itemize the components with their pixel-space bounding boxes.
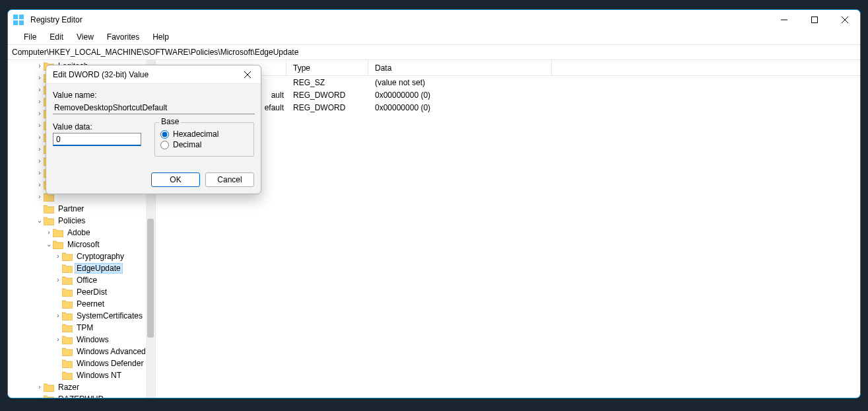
- folder-icon: [62, 252, 73, 261]
- value-name: efault: [265, 103, 286, 112]
- tree-item[interactable]: ›Office: [8, 274, 155, 286]
- tree-item[interactable]: ⌄Microsoft: [8, 239, 155, 250]
- tree-label: Adobe: [66, 228, 92, 237]
- expander-icon[interactable]: ›: [36, 62, 44, 70]
- folder-icon: [62, 300, 73, 309]
- svg-rect-1: [19, 15, 24, 19]
- close-button[interactable]: [830, 10, 860, 30]
- menu-edit[interactable]: Edit: [43, 31, 70, 43]
- tree-item[interactable]: ›Windows: [8, 334, 155, 346]
- value-data-field[interactable]: [53, 133, 141, 146]
- expander-icon[interactable]: ›: [36, 169, 44, 177]
- expander-icon[interactable]: ›: [36, 193, 44, 201]
- tree-item[interactable]: ›Cryptography: [8, 250, 155, 262]
- tree-item[interactable]: Windows NT: [8, 369, 155, 381]
- expander-icon[interactable]: ›: [36, 181, 44, 189]
- base-group: Base Hexadecimal Decimal: [154, 122, 254, 157]
- expander-icon[interactable]: ›: [45, 229, 53, 237]
- expander-icon[interactable]: ›: [54, 336, 62, 344]
- folder-icon: [44, 383, 54, 392]
- list-row[interactable]: efaultREG_DWORD0x00000000 (0): [156, 101, 860, 114]
- dialog-close-button[interactable]: [234, 65, 261, 84]
- expander-icon[interactable]: ›: [36, 110, 44, 118]
- radio-decimal[interactable]: [160, 141, 169, 149]
- tree-item[interactable]: ⌄Policies: [8, 215, 155, 227]
- folder-icon: [62, 348, 73, 356]
- address-bar[interactable]: Computer\HKEY_LOCAL_MACHINE\SOFTWARE\Pol…: [8, 44, 860, 60]
- tree-item[interactable]: ›Razer: [8, 381, 155, 393]
- folder-icon: [62, 371, 73, 380]
- value-type: REG_DWORD: [286, 91, 368, 100]
- expander-icon[interactable]: ›: [36, 133, 44, 141]
- tree-label: RAZERWUD: [57, 394, 105, 398]
- tree-label: Windows Advanced Threat Protection: [75, 347, 155, 356]
- cancel-button[interactable]: Cancel: [205, 172, 254, 187]
- radio-hexadecimal[interactable]: [160, 130, 169, 139]
- expander-icon[interactable]: ⌄: [36, 217, 44, 225]
- ok-button[interactable]: OK: [151, 172, 200, 187]
- tree-label: Windows NT: [75, 371, 123, 380]
- expander-icon[interactable]: ›: [54, 252, 62, 260]
- expander-icon[interactable]: ›: [54, 276, 62, 284]
- value-data: 0x00000000 (0): [368, 103, 552, 112]
- tree-label: Office: [75, 276, 98, 285]
- menu-help[interactable]: Help: [146, 31, 176, 43]
- tree-item[interactable]: TPM: [8, 322, 155, 334]
- regedit-icon: [13, 15, 24, 25]
- value-type: REG_DWORD: [286, 103, 368, 112]
- tree-item[interactable]: PeerDist: [8, 286, 155, 298]
- tree-item[interactable]: ›Adobe: [8, 227, 155, 239]
- folder-icon: [62, 324, 73, 332]
- list-row[interactable]: ab(Default)REG_SZ(value not set): [156, 76, 860, 89]
- tree-label: Windows: [75, 335, 110, 344]
- list-header[interactable]: Name Type Data: [156, 60, 860, 76]
- col-type[interactable]: Type: [286, 60, 368, 75]
- menu-file[interactable]: File: [17, 31, 43, 43]
- edit-dword-dialog: Edit DWORD (32-bit) Value Value name: Va…: [46, 65, 261, 194]
- tree-label: EdgeUpdate: [75, 264, 122, 273]
- dialog-title: Edit DWORD (32-bit) Value: [53, 70, 149, 79]
- folder-icon: [53, 229, 63, 237]
- svg-rect-3: [19, 20, 24, 25]
- list-pane[interactable]: Name Type Data ab(Default)REG_SZ(value n…: [156, 60, 860, 398]
- tree-item[interactable]: Windows Advanced Threat Protection: [8, 346, 155, 357]
- address-text: Computer\HKEY_LOCAL_MACHINE\SOFTWARE\Pol…: [12, 48, 298, 57]
- value-name-field[interactable]: [53, 101, 255, 114]
- titlebar[interactable]: Registry Editor: [8, 10, 860, 30]
- tree-item[interactable]: Partner: [8, 203, 155, 215]
- value-data: 0x00000000 (0): [368, 91, 552, 100]
- expander-icon[interactable]: ›: [36, 98, 44, 106]
- tree-scroll-thumb[interactable]: [147, 219, 154, 338]
- tree-item[interactable]: EdgeUpdate: [8, 262, 155, 274]
- tree-label: Peernet: [75, 299, 106, 309]
- window-title: Registry Editor: [30, 15, 83, 24]
- tree-item[interactable]: ›RAZERWUD: [8, 393, 155, 398]
- expander-icon[interactable]: ›: [36, 145, 44, 153]
- tree-item[interactable]: ›SystemCertificates: [8, 310, 155, 322]
- tree-label: Microsoft: [66, 240, 101, 249]
- tree-item[interactable]: Peernet: [8, 298, 155, 310]
- list-row[interactable]: aultREG_DWORD0x00000000 (0): [156, 89, 860, 101]
- expander-icon[interactable]: ›: [36, 383, 44, 391]
- col-data[interactable]: Data: [368, 60, 552, 75]
- expander-icon[interactable]: ›: [54, 312, 62, 320]
- menu-favorites[interactable]: Favorites: [100, 31, 146, 43]
- expander-icon[interactable]: ⌄: [45, 241, 53, 248]
- minimize-button[interactable]: [769, 10, 799, 30]
- radio-dec-label: Decimal: [173, 140, 201, 149]
- folder-icon: [62, 288, 73, 297]
- menu-view[interactable]: View: [70, 31, 100, 43]
- dialog-titlebar[interactable]: Edit DWORD (32-bit) Value: [46, 65, 261, 84]
- base-legend: Base: [159, 117, 181, 126]
- expander-icon[interactable]: ›: [36, 74, 44, 82]
- expander-icon[interactable]: ›: [36, 122, 44, 130]
- folder-icon: [62, 312, 73, 320]
- value-data: (value not set): [368, 78, 552, 87]
- maximize-button[interactable]: [799, 10, 830, 30]
- expander-icon[interactable]: ›: [36, 157, 44, 165]
- value-type: REG_SZ: [286, 78, 368, 87]
- expander-icon[interactable]: ›: [36, 395, 44, 398]
- tree-item[interactable]: Windows Defender: [8, 357, 155, 369]
- value-name-label: Value name:: [53, 91, 254, 100]
- expander-icon[interactable]: ›: [36, 86, 44, 94]
